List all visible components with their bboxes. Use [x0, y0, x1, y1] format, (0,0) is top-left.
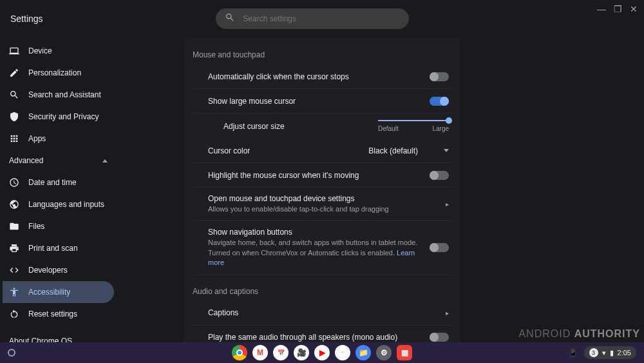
sidebar-item-label: Developers: [28, 266, 68, 275]
app-files-icon[interactable]: 📁: [355, 345, 371, 360]
row-auto-click: Automatically click when the cursor stop…: [193, 64, 451, 89]
printer-icon: [9, 243, 19, 253]
sidebar-item-accessibility[interactable]: Accessibility: [3, 281, 114, 303]
row-sublabel: Allows you to enable/disable tap-to-clic…: [208, 204, 446, 214]
shield-icon: [9, 112, 19, 122]
restore-icon[interactable]: ❐: [614, 4, 622, 14]
app-calendar-icon[interactable]: 📅: [273, 345, 289, 360]
cursor-color-select[interactable]: Black (default): [368, 146, 449, 155]
sidebar-item-label: Security and Privacy: [28, 112, 99, 121]
chevron-down-icon: [444, 149, 449, 152]
sidebar-item-label: Apps: [28, 134, 46, 143]
app-title: Settings: [10, 14, 43, 24]
slider-max-label: Large: [432, 125, 449, 132]
reset-icon: [9, 309, 19, 319]
sidebar-item-label: Print and scan: [28, 244, 78, 253]
app-photos-icon[interactable]: ✦: [335, 345, 350, 360]
group-title-mouse: Mouse and touchpad: [193, 50, 451, 59]
row-label: Automatically click when the cursor stop…: [208, 72, 430, 81]
app-settings-icon[interactable]: ⚙: [376, 345, 392, 360]
app-meet-icon[interactable]: 🎥: [294, 345, 309, 360]
row-captions[interactable]: Captions ▸: [193, 301, 451, 326]
sidebar-item-reset[interactable]: Reset settings: [3, 303, 114, 325]
row-sublabel: Navigate home, back, and switch apps wit…: [208, 238, 430, 268]
apps-icon: [9, 133, 19, 144]
laptop-icon: [9, 46, 19, 56]
chevron-right-icon: ▸: [446, 309, 449, 317]
sidebar-item-search[interactable]: Search and Assistant: [3, 84, 114, 106]
chevron-right-icon: ▸: [446, 201, 449, 208]
sidebar-item-datetime[interactable]: Date and time: [3, 172, 114, 193]
toggle-large-cursor[interactable]: [430, 97, 449, 106]
sidebar: Device Personalization Search and Assist…: [0, 37, 119, 344]
cursor-size-slider[interactable]: [378, 120, 449, 121]
sidebar-item-languages[interactable]: Languages and inputs: [3, 193, 114, 215]
wifi-icon: ▾: [602, 349, 606, 357]
sidebar-about[interactable]: About Chrome OS: [3, 330, 114, 344]
row-highlight-cursor: Highlight the mouse cursor when it's mov…: [193, 163, 451, 188]
row-open-device-settings[interactable]: Open mouse and touchpad device settings …: [193, 188, 451, 221]
search-box[interactable]: [216, 8, 409, 29]
row-label: Play the same audio through all speakers…: [208, 333, 430, 342]
row-cursor-color: Cursor color Black (default): [193, 139, 451, 163]
search-icon: [9, 90, 19, 100]
toggle-mono-audio[interactable]: [430, 333, 449, 342]
sidebar-item-security[interactable]: Security and Privacy: [3, 106, 114, 128]
battery-icon: ▮: [610, 349, 614, 357]
phone-icon[interactable]: 📱: [569, 349, 578, 357]
app-other-icon[interactable]: ▦: [397, 345, 412, 360]
row-cursor-size: Adjust cursor size Default Large: [193, 113, 451, 139]
accessibility-icon: [9, 287, 19, 297]
system-tray[interactable]: 📱 3 ▾ ▮ 2:05: [569, 346, 636, 359]
app-youtube-icon[interactable]: ▶: [314, 345, 330, 360]
chevron-up-icon: [102, 159, 108, 162]
row-label: Open mouse and touchpad device settings: [208, 194, 446, 203]
sidebar-item-print[interactable]: Print and scan: [3, 237, 114, 259]
sidebar-item-label: Accessibility: [28, 288, 70, 297]
row-label: Show large mouse cursor: [208, 97, 430, 106]
advanced-toggle[interactable]: Advanced: [3, 150, 114, 172]
toggle-highlight-cursor[interactable]: [430, 171, 449, 180]
sidebar-item-personalization[interactable]: Personalization: [3, 62, 114, 84]
toggle-auto-click[interactable]: [430, 72, 449, 81]
app-chrome-icon[interactable]: [232, 345, 247, 360]
row-label: Highlight the mouse cursor when it's mov…: [208, 171, 430, 180]
clock: 2:05: [618, 349, 631, 357]
sidebar-item-label: Date and time: [28, 178, 77, 187]
shelf-apps: M 📅 🎥 ▶ ✦ 📁 ⚙ ▦: [232, 345, 412, 360]
sidebar-item-label: Search and Assistant: [28, 90, 101, 99]
sidebar-item-device[interactable]: Device: [3, 40, 114, 62]
slider-min-label: Default: [378, 125, 399, 132]
search-icon: [225, 12, 235, 25]
sidebar-item-label: Files: [28, 222, 44, 231]
clock-icon: [9, 177, 19, 188]
row-label: Show navigation buttons: [208, 228, 430, 237]
sidebar-item-label: Languages and inputs: [28, 200, 104, 209]
sidebar-item-label: Reset settings: [28, 309, 77, 319]
pen-icon: [9, 68, 19, 78]
watermark: ANDROID AUTHORITY: [518, 328, 640, 340]
folder-icon: [9, 221, 19, 231]
app-gmail-icon[interactable]: M: [252, 345, 268, 360]
sidebar-item-label: Personalization: [28, 68, 81, 77]
shelf: M 📅 🎥 ▶ ✦ 📁 ⚙ ▦ 📱 3 ▾ ▮ 2:05: [0, 342, 644, 363]
sidebar-item-label: Device: [28, 46, 52, 55]
search-input[interactable]: [243, 14, 400, 23]
content-panel: Mouse and touchpad Automatically click w…: [184, 37, 460, 344]
launcher-button[interactable]: [8, 349, 15, 357]
notification-badge[interactable]: 3: [589, 348, 598, 357]
advanced-label: Advanced: [9, 156, 43, 165]
toggle-nav-buttons[interactable]: [430, 243, 449, 252]
row-label: Adjust cursor size: [223, 122, 336, 131]
row-label: Cursor color: [208, 146, 368, 155]
sidebar-item-files[interactable]: Files: [3, 215, 114, 237]
minimize-icon[interactable]: —: [597, 4, 606, 14]
sidebar-item-developers[interactable]: Developers: [3, 259, 114, 281]
row-mono-audio: Play the same audio through all speakers…: [193, 326, 451, 344]
sidebar-item-apps[interactable]: Apps: [3, 128, 114, 150]
close-icon[interactable]: ✕: [630, 4, 638, 14]
row-large-cursor: Show large mouse cursor: [193, 89, 451, 113]
select-value: Black (default): [368, 146, 418, 155]
code-icon: [9, 265, 19, 275]
row-nav-buttons: Show navigation buttons Navigate home, b…: [193, 221, 451, 275]
